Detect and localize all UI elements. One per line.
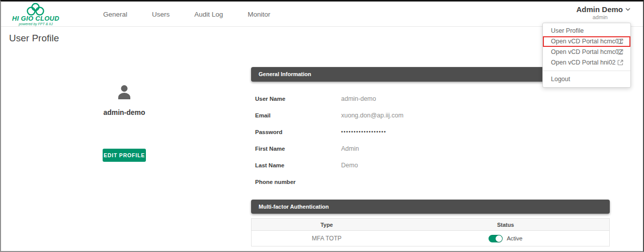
menu-item-open-vcd-portal-hcmc02[interactable]: Open vCD Portal hcmc02 <box>543 47 630 57</box>
field-value: Admin <box>341 145 359 152</box>
nav-item-users[interactable]: Users <box>152 11 170 18</box>
user-display-name: Admin Demo <box>576 5 623 14</box>
nav-item-general[interactable]: General <box>103 11 127 18</box>
field-label: Last Name <box>255 162 341 168</box>
menu-item-open-vcd-portal-hni02[interactable]: Open vCD Portal hni02 <box>543 57 630 68</box>
user-role: admin <box>576 14 631 20</box>
mfa-column-status: Status <box>402 219 609 230</box>
field-label: User Name <box>255 96 341 102</box>
app-window: HI GIO CLOUD powered by FPT & IIJ Genera… <box>0 0 644 252</box>
mfa-column-type: Type <box>252 219 402 230</box>
logo[interactable]: HI GIO CLOUD powered by FPT & IIJ <box>8 3 63 26</box>
field-value: Demo <box>341 162 358 169</box>
field-row-user-name: User Name admin-demo <box>255 90 607 107</box>
toggle-knob <box>496 235 502 242</box>
menu-item-open-vcd-portal-hcmc01[interactable]: Open vCD Portal hcmc01 <box>543 36 630 47</box>
mfa-header: Multi-factor Authentication <box>251 200 610 214</box>
avatar-icon <box>116 84 133 101</box>
page-title: User Profile <box>9 33 59 44</box>
user-menu-trigger[interactable]: Admin Demo admin <box>576 5 631 20</box>
main-nav: General Users Audit Log Monitor <box>103 2 270 27</box>
mfa-table-row: MFA TOTP Active <box>252 231 609 246</box>
field-label: Email <box>255 112 341 118</box>
field-value: •••••••••••••••••• <box>341 129 386 135</box>
field-label: Password <box>255 129 341 135</box>
nav-item-audit-log[interactable]: Audit Log <box>194 11 223 18</box>
field-value: xuong.don@ap.iij.com <box>341 112 404 119</box>
menu-divider <box>543 71 630 71</box>
field-label: First Name <box>255 146 341 152</box>
external-link-icon <box>617 49 623 55</box>
field-row-password: Password •••••••••••••••••• <box>255 123 607 140</box>
external-link-icon <box>617 38 623 44</box>
edit-profile-button[interactable]: EDIT PROFILE <box>103 149 146 162</box>
mfa-status-cell: Active <box>402 231 609 246</box>
logo-title: HI GIO CLOUD <box>8 16 63 22</box>
mfa-table: Type Status MFA TOTP Active <box>251 218 610 246</box>
mfa-type-cell: MFA TOTP <box>252 231 402 246</box>
external-link-icon <box>617 59 623 66</box>
logo-tagline: powered by FPT & IIJ <box>8 22 63 26</box>
field-row-last-name: Last Name Demo <box>255 157 607 173</box>
mfa-status-label: Active <box>507 235 522 241</box>
cloud-logo-icon <box>24 3 47 16</box>
menu-item-user-profile[interactable]: User Profile <box>543 26 630 36</box>
nav-item-monitor[interactable]: Monitor <box>248 11 270 18</box>
mfa-table-header: Type Status <box>252 219 609 231</box>
field-value: admin-demo <box>341 95 376 102</box>
field-label: Phone number <box>255 179 341 185</box>
general-information-fields: User Name admin-demo Email xuong.don@ap.… <box>255 90 607 190</box>
chevron-down-icon <box>625 7 631 12</box>
user-dropdown-menu: User Profile Open vCD Portal hcmc01 Open… <box>542 23 631 88</box>
profile-username: admin-demo <box>74 108 175 116</box>
field-row-phone-number: Phone number <box>255 173 607 190</box>
field-row-first-name: First Name Admin <box>255 140 607 157</box>
field-row-email: Email xuong.don@ap.iij.com <box>255 107 607 123</box>
mfa-toggle[interactable] <box>489 235 503 242</box>
menu-item-logout[interactable]: Logout <box>543 73 630 85</box>
